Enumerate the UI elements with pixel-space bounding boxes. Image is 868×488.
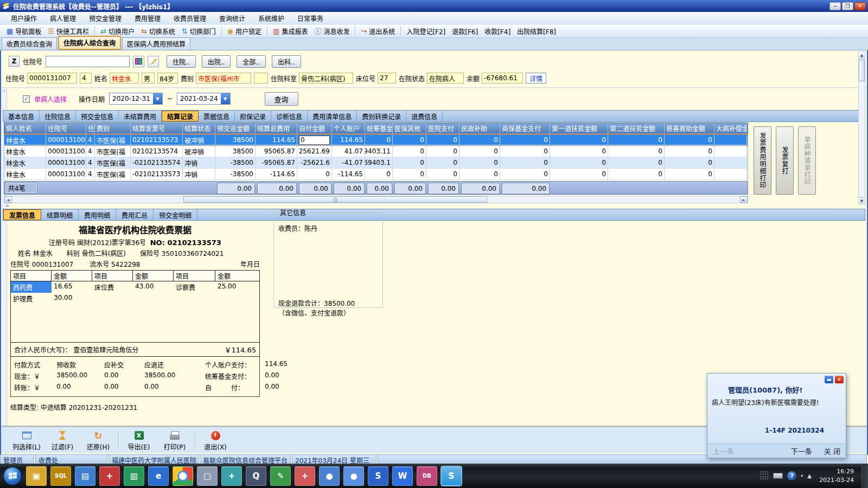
grid-header-cell[interactable]: 结算发票号 [131,123,183,133]
wps-icon[interactable]: W [392,466,413,486]
bottom-toolbar-退出(X)[interactable]: 退出(X) [197,430,233,451]
taskbar-clock[interactable]: 16:292021-03-24 [819,467,854,485]
toolbar-button[interactable]: ⇄切换用户 [97,25,138,37]
patient-detail-button[interactable]: 详情 [526,73,546,84]
dropdown-arrow-icon[interactable]: ▼ [153,93,162,104]
notes-app-icon[interactable]: ▤ [75,466,95,486]
grid-header-cell[interactable]: 结算状态 [183,123,215,133]
grid-header-cell[interactable]: 慈善救助金额 [665,123,714,133]
ylz-platform-icon[interactable]: S [368,466,388,486]
grid-header-cell[interactable]: 第一道扶贫金额 [550,123,608,133]
side-button-发票复打[interactable]: 发票复打 [776,126,794,195]
report-designer-icon[interactable]: ✎ [270,466,291,486]
stats-tool-icon[interactable]: ▥ [124,466,144,486]
detail-tab-未结算费用[interactable]: 未结算费用 [119,111,162,121]
grid-header-cell[interactable]: 第二道扶贫金额 [608,123,665,133]
detail-tab-费用清单信息[interactable]: 费用清单信息 [308,111,357,121]
notify-next-link[interactable]: 下一条 [791,446,812,456]
menu-item-日常事务[interactable]: 日常事务 [291,12,330,24]
toolbar-button[interactable]: ↪退出系统 [358,25,398,37]
detail-tab-住院信息[interactable]: 住院信息 [40,111,76,121]
dropdown-arrow-icon[interactable]: ▼ [221,93,230,104]
toolbar-button[interactable]: 收款[F4] [481,25,514,37]
menu-item-用户操作[interactable]: 用户操作 [4,12,43,24]
query-button[interactable]: 查询 [265,92,298,106]
bottom-toolbar-列选择(L)[interactable]: 列选择(L) [9,430,44,451]
tray-collapse-icon[interactable]: ▾ [801,473,803,478]
tab-住院病人综合查询[interactable]: 住院病人综合查询 [58,36,121,50]
table-tool-icon[interactable] [133,56,144,67]
detail-tab-基本信息[interactable]: 基本信息 [3,111,40,121]
toolbar-button[interactable]: ⇆切换系统 [138,25,178,37]
bottom-toolbar-还原(H)[interactable]: ↻还原(H) [80,430,116,451]
menu-item-收费员管理[interactable]: 收费员管理 [167,12,213,24]
detail-tab-退费信息[interactable]: 退费信息 [406,111,443,121]
grid-header-cell[interactable]: 统筹基金 [365,123,393,133]
menu-item-预交金管理[interactable]: 预交金管理 [82,12,128,24]
close-button[interactable]: ✕ [854,2,866,10]
grid-header-cell[interactable]: 大病补偿金 [714,123,747,133]
minimize-button[interactable]: – [829,2,841,10]
menu-item-费用管理[interactable]: 费用管理 [128,12,167,24]
quick-button-出院..[interactable]: 出院.. [202,55,231,68]
isql-tool-icon[interactable]: Q [246,466,266,486]
ylz-his-icon[interactable]: S [441,466,462,486]
grid-header-cell[interactable]: 个人账户 [332,123,365,133]
tray-help-icon[interactable]: ? [787,471,796,480]
doctor-workstation-icon[interactable]: + [99,466,120,486]
tab-收费员综合查询[interactable]: 收费员综合查询 [2,37,57,50]
bottom-tab-预交金明细[interactable]: 预交金明细 [154,209,197,220]
grid-header-cell[interactable]: 医保其他 [393,123,426,133]
user-mgmt2-icon[interactable]: ● [343,466,364,486]
quick-button-全部..[interactable]: 全部.. [237,55,266,68]
invoice-item-row[interactable]: 西药费16.65床位费43.00诊察费25.00 [11,281,259,293]
bottom-tab-发票信息[interactable]: 发票信息 [3,209,41,220]
bottom-tab-费用明细[interactable]: 费用明细 [79,209,116,220]
single-patient-checkbox[interactable]: ✓ [23,95,30,102]
grid-header-cell[interactable]: 医院支付 [426,123,459,133]
grid-vscrollbar[interactable]: ▲ ▼ [858,52,865,204]
toolbar-button[interactable]: 退款[F6] [449,25,481,37]
menu-item-病人管理[interactable]: 病人管理 [43,12,82,24]
notify-close-link[interactable]: 关 闭 [824,446,840,456]
detail-tab-费别转换记录[interactable]: 费别转换记录 [357,111,406,121]
grid-header-cell[interactable]: 预交总金额 [215,123,256,133]
grid-row[interactable]: 林金水00001310074市医保(福-02102133574冲销-38500-… [4,157,748,169]
toolbar-button[interactable]: 出院结算[F8] [514,25,559,37]
database-tool-icon[interactable]: DB [417,466,437,486]
notify-minimize-button[interactable]: ▬ [825,376,833,383]
snipping-tool-icon[interactable]: ▢ [197,466,218,486]
nurse-station-icon[interactable]: + [221,466,242,486]
user-mgmt-icon[interactable]: ● [319,466,340,486]
grid-header-cell[interactable]: 商保基金支付 [500,123,550,133]
start-button[interactable] [3,467,22,485]
toolbar-button[interactable]: ⓘ消息收发 [311,25,353,37]
quick-button-住院..[interactable]: 住院.. [167,55,196,68]
toolbar-button[interactable]: ☰快捷工具栏 [44,25,92,37]
grid-header-cell[interactable]: 住 [86,123,95,133]
maximize-button[interactable]: ❐ [842,2,853,10]
notify-close-button[interactable]: ✕ [835,376,844,383]
grid-header-cell[interactable]: 病人姓名 [4,123,46,133]
tray-keyboard-icon[interactable] [773,473,783,479]
grid-hscrollbar[interactable]: ◄ ||| ► [4,196,748,203]
date-to-combo[interactable]: 2021-03-24▼ [177,93,231,105]
clear-broom-icon[interactable] [148,56,159,67]
toolbar-button[interactable]: ◉用户锁定 [224,25,265,37]
notify-prev-link[interactable]: 上一条 [713,446,734,456]
detail-tab-票据信息[interactable]: 票据信息 [199,111,235,121]
detail-tab-结算记录[interactable]: 结算记录 [162,111,199,121]
side-button-发票费用明细打印[interactable]: 发票费用明细打印 [754,126,771,195]
bottom-tab-结算明细[interactable]: 结算明细 [41,209,79,220]
toolbar-button[interactable]: ▥集成报表 [270,25,311,37]
bottom-toolbar-过滤(F)[interactable]: 过滤(F) [44,430,80,451]
detail-tab-预交金信息[interactable]: 预交金信息 [76,111,119,121]
tray-expand-icon[interactable]: ▲ [807,473,812,479]
bottom-tab-费用汇总[interactable]: 费用汇总 [116,209,154,220]
grid-header-cell[interactable]: 民政补助 [459,123,500,133]
toolbar-button[interactable]: ▦导航面板 [3,25,44,37]
grid-header-cell[interactable]: 住院号 [46,123,86,133]
tray-grid-icon[interactable]: ∷∷∷∷ [760,471,769,481]
menu-item-系统维护[interactable]: 系统维护 [252,12,291,24]
his-client-icon[interactable]: + [295,466,315,486]
